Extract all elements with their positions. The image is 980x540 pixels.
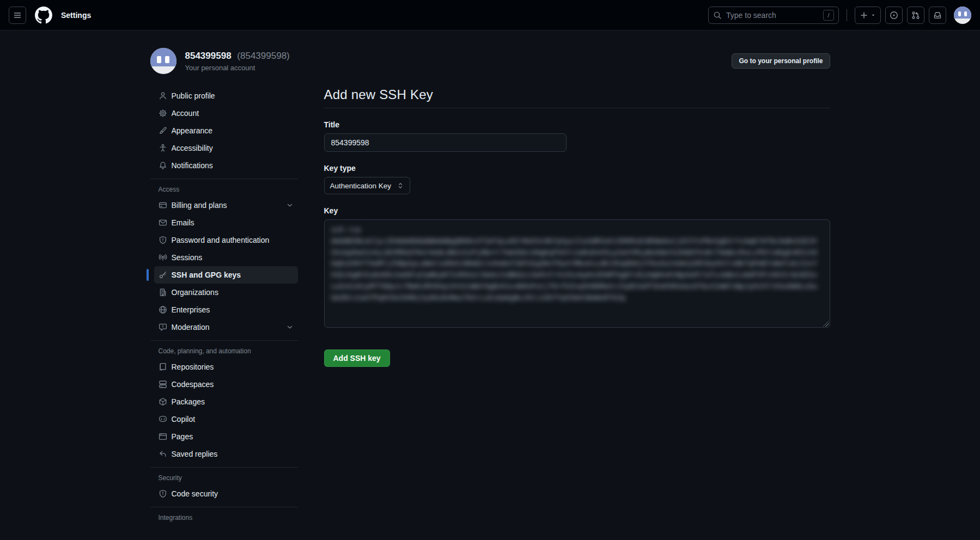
- avatar-identicon: [150, 48, 176, 66]
- key-type-label: Key type: [324, 164, 830, 173]
- title-label: Title: [324, 120, 830, 129]
- title-input[interactable]: [324, 133, 567, 152]
- heading-divider: [324, 108, 830, 108]
- sidebar-item-notifications[interactable]: Notifications: [154, 157, 298, 174]
- profile-username: 854399598: [185, 51, 232, 61]
- sidebar-item-copilot[interactable]: Copilot: [154, 410, 298, 428]
- resize-handle[interactable]: [823, 321, 829, 327]
- nav-divider: [847, 9, 847, 21]
- sidebar-item-ssh-and-gpg-keys[interactable]: SSH and GPG keys: [154, 266, 298, 284]
- sidebar-item-emails[interactable]: Emails: [154, 214, 298, 231]
- search-input[interactable]: Type to search /: [708, 7, 839, 24]
- sidebar-divider: [150, 179, 298, 179]
- sidebar-item-sessions[interactable]: Sessions: [154, 249, 298, 266]
- page-title: Add new SSH Key: [324, 87, 830, 102]
- search-shortcut-key: /: [823, 10, 834, 21]
- sidebar-divider: [150, 507, 298, 507]
- key-type-selected-value: Authentication Key: [330, 182, 392, 190]
- sidebar-item-pages[interactable]: Pages: [154, 428, 298, 445]
- profile-username-paren: (854399598): [237, 51, 289, 61]
- sidebar-item-enterprises[interactable]: Enterprises: [154, 301, 298, 318]
- person-icon: [159, 91, 167, 100]
- sidebar-section-security: Security: [154, 472, 298, 485]
- issues-button[interactable]: [885, 7, 903, 24]
- inbox-button[interactable]: [929, 7, 946, 24]
- key-icon: [159, 271, 167, 279]
- gear-icon: [159, 109, 167, 118]
- broadcast-icon: [159, 253, 167, 262]
- github-logo-icon[interactable]: [35, 7, 52, 24]
- settings-page-container: 854399598 (854399598) Your personal acco…: [150, 48, 830, 525]
- package-icon: [159, 397, 167, 406]
- sidebar-section-code-planning-automation: Code, planning, and automation: [154, 345, 298, 358]
- accessibility-icon: [159, 144, 167, 152]
- sidebar-item-appearance[interactable]: Appearance: [154, 122, 298, 139]
- top-navigation: Settings Type to search /: [0, 0, 980, 30]
- three-bars-icon: [13, 11, 22, 20]
- inbox-icon: [933, 11, 942, 20]
- paintbrush-icon: [159, 126, 167, 135]
- profile-subtitle: Your personal account: [185, 64, 723, 72]
- shield-icon: [159, 489, 167, 498]
- key-type-select[interactable]: Authentication Key: [324, 177, 411, 194]
- sidebar-section-access: Access: [154, 183, 298, 197]
- unfold-icon: [397, 182, 404, 189]
- create-new-button[interactable]: [855, 7, 881, 24]
- sidebar-item-accessibility[interactable]: Accessibility: [154, 139, 298, 157]
- add-ssh-key-panel: Add new SSH Key Title Key type Authentic…: [324, 87, 830, 367]
- copilot-icon: [159, 415, 167, 424]
- shield-lock-icon: [159, 236, 167, 244]
- repo-icon: [159, 363, 167, 371]
- bell-icon: [159, 161, 167, 170]
- sidebar-item-account[interactable]: Account: [154, 105, 298, 122]
- issue-circle-dot-icon: [890, 11, 898, 20]
- codespaces-icon: [159, 380, 167, 389]
- sidebar-item-code-security[interactable]: Code security: [154, 485, 298, 502]
- browser-icon: [159, 432, 167, 441]
- pull-requests-button[interactable]: [907, 7, 924, 24]
- key-textarea[interactable]: ssh-rsa AAAAB3NzaC1yc2EAAAADAQABAAABgQDK…: [324, 219, 830, 328]
- sidebar-item-saved-replies[interactable]: Saved replies: [154, 445, 298, 463]
- key-value-blurred: ssh-rsa AAAAB3NzaC1yc2EAAAADAQABAAABgQDK…: [331, 224, 821, 304]
- add-ssh-key-button[interactable]: Add SSH key: [324, 349, 390, 367]
- avatar-identicon: [954, 7, 971, 19]
- search-placeholder: Type to search: [726, 11, 819, 20]
- sidebar-item-packages[interactable]: Packages: [154, 393, 298, 410]
- plus-icon: [860, 11, 868, 20]
- chevron-down-icon: [286, 201, 294, 209]
- profile-avatar[interactable]: [150, 48, 176, 74]
- git-pull-request-icon: [911, 11, 920, 20]
- user-avatar[interactable]: [954, 7, 971, 24]
- credit-card-icon: [159, 201, 167, 210]
- profile-header: 854399598 (854399598) Your personal acco…: [150, 48, 830, 74]
- key-label: Key: [324, 206, 830, 215]
- sidebar-item-public-profile[interactable]: Public profile: [154, 87, 298, 105]
- chevron-down-icon: [286, 323, 294, 331]
- report-icon: [159, 323, 167, 332]
- organization-icon: [159, 288, 167, 297]
- search-icon: [713, 11, 722, 20]
- globe-icon: [159, 305, 167, 314]
- sidebar-section-integrations: Integrations: [154, 512, 298, 525]
- sidebar-item-password-and-authentication[interactable]: Password and authentication: [154, 231, 298, 249]
- sidebar-item-repositories[interactable]: Repositories: [154, 358, 298, 376]
- settings-sidebar: Public profile Account Appearance Access…: [150, 87, 298, 525]
- sidebar-divider: [150, 340, 298, 341]
- reply-icon: [159, 450, 167, 458]
- hamburger-menu-button[interactable]: [9, 7, 26, 24]
- caret-down-icon: [871, 13, 876, 18]
- sidebar-item-codespaces[interactable]: Codespaces: [154, 376, 298, 393]
- go-to-profile-button[interactable]: Go to your personal profile: [732, 53, 830, 69]
- sidebar-divider: [150, 467, 298, 468]
- page-context-title: Settings: [61, 11, 91, 20]
- sidebar-item-organizations[interactable]: Organizations: [154, 284, 298, 301]
- sidebar-item-billing-and-plans[interactable]: Billing and plans: [154, 197, 298, 214]
- sidebar-item-moderation[interactable]: Moderation: [154, 318, 298, 336]
- mail-icon: [159, 218, 167, 227]
- profile-name-block: 854399598 (854399598) Your personal acco…: [185, 50, 723, 71]
